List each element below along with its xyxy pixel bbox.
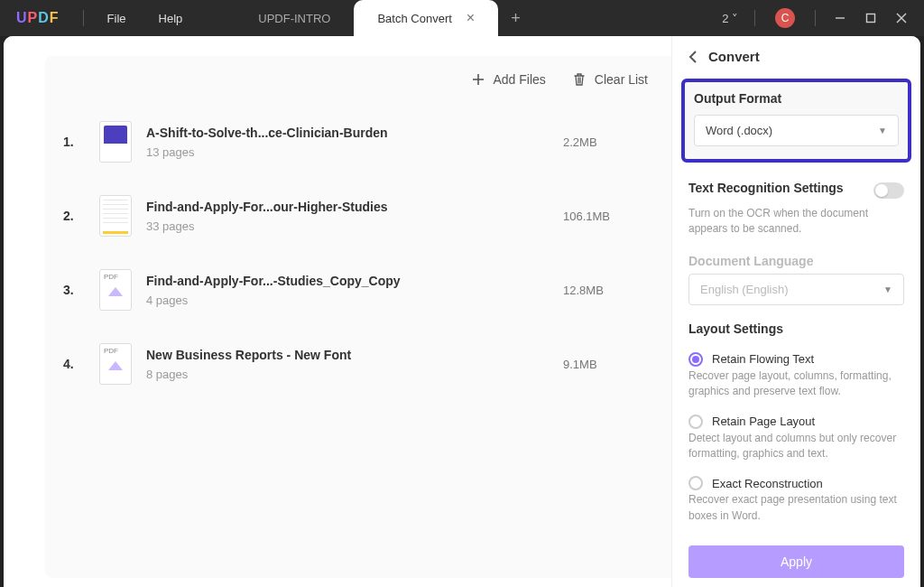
file-size: 2.2MB xyxy=(563,135,671,149)
document-language-label: Document Language xyxy=(688,254,904,268)
panel-title: Convert xyxy=(708,49,760,64)
file-name: A-Shift-to-Solve-th...ce-Clinician-Burde… xyxy=(146,126,563,140)
workspace: Add Files Clear List 1. A-Shift-to-Solve… xyxy=(4,36,920,587)
add-files-label: Add Files xyxy=(494,72,546,87)
close-icon[interactable]: × xyxy=(467,10,475,26)
file-list: 1. A-Shift-to-Solve-th...ce-Clinician-Bu… xyxy=(45,94,671,401)
add-files-button[interactable]: Add Files xyxy=(472,72,546,87)
file-thumbnail xyxy=(99,195,132,237)
trash-icon xyxy=(573,72,586,87)
radio-exact-reconstruction[interactable]: Exact Reconstruction xyxy=(688,471,904,492)
file-pages: 33 pages xyxy=(146,219,563,233)
list-item[interactable]: 2. Find-and-Apply-For...our-Higher-Studi… xyxy=(63,179,671,253)
ocr-toggle[interactable] xyxy=(873,182,904,199)
window-controls: 2 ˅ C xyxy=(716,5,924,32)
chevron-down-icon: ˅ xyxy=(732,12,738,25)
row-index: 2. xyxy=(63,209,85,223)
layout-settings-section: Layout Settings Retain Flowing Text Reco… xyxy=(672,309,920,536)
file-name: Find-and-Apply-For...our-Higher-Studies xyxy=(146,200,563,214)
tab-updf-intro[interactable]: UPDF-INTRO xyxy=(235,0,354,36)
maximize-icon xyxy=(865,13,876,23)
radio-description: Detect layout and columns but only recov… xyxy=(688,431,904,471)
separator xyxy=(754,10,755,26)
menu-file[interactable]: File xyxy=(91,12,143,25)
radio-description: Recover page layout, columns, formatting… xyxy=(688,368,904,409)
file-size: 106.1MB xyxy=(563,210,671,223)
svg-rect-1 xyxy=(867,14,875,23)
minimize-button[interactable] xyxy=(827,5,854,32)
output-format-select[interactable]: Word (.docx) ▼ xyxy=(694,115,899,146)
file-meta: Find-and-Apply-For...-Studies_Copy_Copy … xyxy=(146,274,563,307)
apply-button[interactable]: Apply xyxy=(688,545,904,578)
file-list-pane: Add Files Clear List 1. A-Shift-to-Solve… xyxy=(45,56,671,578)
left-gutter xyxy=(4,36,45,587)
user-avatar[interactable]: C xyxy=(775,8,795,28)
file-name: Find-and-Apply-For...-Studies_Copy_Copy xyxy=(146,274,563,288)
layout-settings-title: Layout Settings xyxy=(688,321,904,336)
list-item[interactable]: 1. A-Shift-to-Solve-th...ce-Clinician-Bu… xyxy=(63,105,671,179)
convert-panel: Convert Output Format Word (.docx) ▼ Tex… xyxy=(671,36,920,587)
plus-icon xyxy=(472,73,485,86)
tab-strip: UPDF-INTRO Batch Convert × + xyxy=(235,0,716,36)
file-meta: New Business Reports - New Font 8 pages xyxy=(146,348,563,381)
tab-label: UPDF-INTRO xyxy=(258,12,330,25)
chevron-left-icon xyxy=(688,51,698,63)
tab-label: Batch Convert xyxy=(377,12,451,25)
output-format-value: Word (.docx) xyxy=(706,124,772,137)
output-format-label: Output Format xyxy=(694,91,899,106)
separator xyxy=(83,10,84,26)
file-list-toolbar: Add Files Clear List xyxy=(45,56,671,94)
document-language-section: Document Language English (English) ▼ xyxy=(672,241,920,309)
close-button[interactable] xyxy=(888,5,915,32)
radio-icon xyxy=(688,476,703,490)
app-logo: UPDF xyxy=(0,10,76,26)
document-language-select[interactable]: English (English) ▼ xyxy=(688,274,904,305)
list-item[interactable]: 3. PDF Find-and-Apply-For...-Studies_Cop… xyxy=(63,253,671,327)
file-meta: A-Shift-to-Solve-th...ce-Clinician-Burde… xyxy=(146,126,563,159)
back-button[interactable] xyxy=(688,51,699,63)
open-docs-count[interactable]: 2 ˅ xyxy=(716,12,744,25)
file-pages: 4 pages xyxy=(146,294,563,307)
file-name: New Business Reports - New Font xyxy=(146,348,563,362)
file-thumbnail: PDF xyxy=(99,343,132,385)
new-tab-button[interactable]: + xyxy=(498,0,533,36)
panel-header: Convert xyxy=(672,36,920,77)
radio-retain-page-layout[interactable]: Retain Page Layout xyxy=(688,409,904,431)
row-index: 1. xyxy=(63,135,85,149)
row-index: 3. xyxy=(63,283,85,297)
radio-label: Retain Page Layout xyxy=(712,415,815,428)
file-meta: Find-and-Apply-For...our-Higher-Studies … xyxy=(146,200,563,233)
file-thumbnail xyxy=(99,121,132,163)
chevron-down-icon: ▼ xyxy=(883,284,892,294)
file-pages: 8 pages xyxy=(146,368,563,381)
radio-icon xyxy=(688,352,703,367)
separator xyxy=(815,10,816,26)
radio-description: Recover exact page presentation using te… xyxy=(688,492,904,533)
titlebar: UPDF File Help UPDF-INTRO Batch Convert … xyxy=(0,0,924,36)
file-thumbnail: PDF xyxy=(99,269,132,311)
clear-list-button[interactable]: Clear List xyxy=(573,72,648,87)
tab-batch-convert[interactable]: Batch Convert × xyxy=(354,0,498,36)
list-item[interactable]: 4. PDF New Business Reports - New Font 8… xyxy=(63,327,671,401)
close-icon xyxy=(896,13,907,23)
file-pages: 13 pages xyxy=(146,145,563,159)
radio-label: Exact Reconstruction xyxy=(712,477,823,490)
row-index: 4. xyxy=(63,357,85,371)
maximize-button[interactable] xyxy=(857,5,884,32)
document-language-value: English (English) xyxy=(700,283,789,296)
clear-list-label: Clear List xyxy=(595,72,648,87)
file-size: 12.8MB xyxy=(563,284,671,297)
ocr-section: Text Recognition Settings Turn on the OC… xyxy=(672,168,920,241)
radio-label: Retain Flowing Text xyxy=(712,352,814,366)
chevron-down-icon: ▼ xyxy=(878,126,887,135)
output-format-section: Output Format Word (.docx) ▼ xyxy=(681,79,911,163)
minimize-icon xyxy=(835,13,845,23)
menu-help[interactable]: Help xyxy=(143,12,199,25)
radio-retain-flowing-text[interactable]: Retain Flowing Text xyxy=(688,347,904,368)
radio-icon xyxy=(688,415,703,429)
ocr-title: Text Recognition Settings xyxy=(688,181,844,195)
file-size: 9.1MB xyxy=(563,358,671,371)
ocr-description: Turn on the OCR when the document appear… xyxy=(688,206,904,238)
